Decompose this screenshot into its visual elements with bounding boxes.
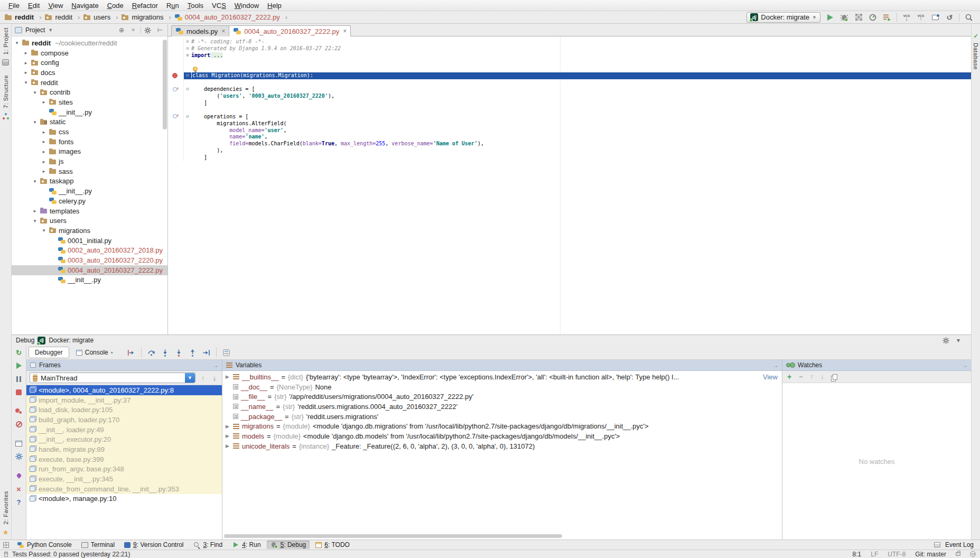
minimize-panel-icon[interactable]: → <box>962 362 967 368</box>
menu-item[interactable]: VCS <box>208 1 230 10</box>
line-ending-indicator[interactable]: LF <box>871 551 878 558</box>
variable-row[interactable]: ▶ __builtins__ = {dict} {'bytearray': <t… <box>222 372 782 382</box>
code-editor[interactable]: ⊟# -*- coding: utf-8 -*-⊟# Generated by … <box>168 36 971 334</box>
menu-item[interactable]: Code <box>103 1 128 10</box>
mute-breakpoints-button[interactable] <box>14 420 24 429</box>
copy-icon[interactable] <box>833 374 837 380</box>
step-into-button[interactable] <box>161 349 169 357</box>
tree-expand-icon[interactable]: ▾ <box>41 228 47 233</box>
tree-item[interactable]: ▸ compose <box>12 48 167 58</box>
tree-expand-icon[interactable]: ▸ <box>32 208 38 213</box>
frame-row[interactable]: handle, migrate.py:89 <box>26 444 222 454</box>
tree-item[interactable]: ▸ sass <box>12 166 167 176</box>
minimize-panel-icon[interactable]: → <box>213 362 218 368</box>
status-toggle-icon[interactable] <box>4 552 8 557</box>
run-configuration-select[interactable]: dj Docker: migrate ▼ <box>746 12 820 23</box>
tool-button-database[interactable]: Database <box>973 40 979 73</box>
variable-row[interactable]: ▶ __name__ = {str} 'reddit.users.migrati… <box>222 402 782 412</box>
editor-tab[interactable]: models.py × <box>171 25 229 36</box>
step-into-my-code-button[interactable] <box>175 349 183 357</box>
variable-row[interactable]: ▶ models = {module} <module 'django.db.m… <box>222 431 782 441</box>
run-with-coverage-button[interactable] <box>854 13 863 22</box>
frame-row[interactable]: execute, __init__.py:345 <box>26 474 222 484</box>
resume-button[interactable] <box>14 361 24 370</box>
remove-watch-button[interactable]: − <box>799 373 802 380</box>
pin-icon[interactable] <box>14 471 24 480</box>
menu-item[interactable]: Tools <box>183 1 208 10</box>
inspections-profile-icon[interactable] <box>970 551 976 557</box>
tool-window-button[interactable]: Python Console <box>13 541 76 549</box>
chevron-down-icon[interactable]: ▼ <box>185 373 195 383</box>
tree-item[interactable]: ▸ docs <box>12 68 167 78</box>
step-over-button[interactable] <box>147 349 155 357</box>
minimize-panel-icon[interactable]: → <box>773 362 778 368</box>
breadcrumb-item[interactable]: 0004_auto_20160327_2222.py <box>174 13 291 21</box>
tree-item[interactable]: ▸ images <box>12 147 167 157</box>
frame-row[interactable]: load_disk, loader.py:105 <box>26 405 222 415</box>
event-log-button[interactable]: Event Log <box>945 541 974 548</box>
tree-item[interactable]: celery.py <box>12 196 167 206</box>
tool-window-button[interactable]: 4: Run <box>228 541 264 549</box>
view-breakpoints-button[interactable] <box>14 407 24 415</box>
tree-expand-icon[interactable]: ▸ <box>23 70 29 75</box>
tool-button-project[interactable]: 1: Project <box>3 24 9 58</box>
tree-item[interactable]: ▾ taskapp <box>12 176 167 187</box>
previous-frame-button[interactable]: ↑ <box>199 374 207 382</box>
expand-arrow-icon[interactable]: ▶ <box>225 443 230 449</box>
hide-panel-button[interactable]: ⊢ <box>156 26 164 34</box>
tree-item[interactable]: ▾ contrib <box>12 87 167 97</box>
tree-item[interactable]: 0003_auto_20160327_2220.py <box>12 255 167 265</box>
tool-window-access-icon[interactable] <box>3 542 9 548</box>
local-changes-button[interactable] <box>930 13 940 22</box>
tool-window-button[interactable]: 6: TODO <box>312 541 353 549</box>
tool-window-button[interactable]: 5: Debug <box>267 541 310 549</box>
menu-item[interactable]: Navigate <box>67 1 102 10</box>
tree-item[interactable]: __init__.py <box>12 186 167 196</box>
tab-debugger[interactable]: Debugger <box>29 347 69 358</box>
tree-item[interactable]: 0001_initial.py <box>12 236 167 246</box>
variable-row[interactable]: ▶ __package__ = {str} 'reddit.users.migr… <box>222 412 782 422</box>
expand-arrow-icon[interactable]: ▶ <box>225 374 230 379</box>
tool-window-button[interactable]: Terminal <box>78 541 118 549</box>
close-tab-icon[interactable]: × <box>221 27 225 35</box>
variable-row[interactable]: ▶ __file__ = {str} '/app/reddit/users/mi… <box>222 392 782 402</box>
tree-expand-icon[interactable]: ▸ <box>41 139 47 144</box>
chevron-down-icon[interactable]: ▼ <box>48 27 53 33</box>
restore-layout-button[interactable] <box>14 439 24 448</box>
close-tab-icon[interactable]: × <box>343 27 347 35</box>
encoding-indicator[interactable]: UTF-8 <box>888 551 906 558</box>
tree-item[interactable]: 0004_auto_20160327_2222.py <box>12 265 167 275</box>
vcs-commit-button[interactable]: VCS↑ <box>916 13 926 22</box>
tree-item[interactable]: ▾ reddit ~/cookiecutter/reddit <box>12 38 167 48</box>
menu-item[interactable]: Window <box>230 1 263 10</box>
tree-expand-icon[interactable]: ▾ <box>23 80 29 85</box>
tool-button-structure[interactable]: 7: Structure <box>3 72 9 111</box>
menu-item[interactable]: Run <box>162 1 183 10</box>
vcs-update-button[interactable]: VCS↓ <box>902 13 911 22</box>
frame-row[interactable]: <module>, 0004_auto_20160327_2222.py:8 <box>26 385 222 395</box>
gear-icon[interactable] <box>942 337 951 344</box>
expand-arrow-icon[interactable]: ▶ <box>225 424 230 429</box>
tree-expand-icon[interactable]: ▾ <box>32 90 38 95</box>
tree-expand-icon[interactable]: ▸ <box>41 159 47 164</box>
frame-row[interactable]: execute_from_command_line, __init__.py:3… <box>26 484 222 494</box>
add-watch-button[interactable]: + <box>787 373 791 381</box>
move-watch-down-button[interactable]: ↓ <box>820 373 824 380</box>
vcs-branch-indicator[interactable]: Git: master <box>915 551 946 558</box>
menu-item[interactable]: View <box>44 1 67 10</box>
tree-item[interactable]: __init__.py <box>12 275 167 285</box>
project-scrollbar[interactable] <box>163 40 167 129</box>
menu-item[interactable]: Edit <box>24 1 44 10</box>
tree-expand-icon[interactable]: ▸ <box>41 129 47 135</box>
revert-button[interactable]: ↺ <box>945 13 954 22</box>
gear-icon[interactable] <box>144 27 153 34</box>
tree-item[interactable]: ▸ css <box>12 127 167 137</box>
hide-debug-panel-button[interactable]: ▾ <box>954 337 963 344</box>
next-frame-button[interactable]: ↓ <box>210 374 219 382</box>
show-execution-point-button[interactable] <box>127 349 135 357</box>
breadcrumb-item[interactable]: migrations <box>121 13 174 21</box>
variable-row[interactable]: ▶ unicode_literals = {instance} _Feature… <box>222 441 782 451</box>
breadcrumb-item[interactable]: reddit <box>4 13 44 21</box>
caret-position[interactable]: 8:1 <box>853 551 862 558</box>
breadcrumb-item[interactable]: reddit <box>44 13 83 21</box>
